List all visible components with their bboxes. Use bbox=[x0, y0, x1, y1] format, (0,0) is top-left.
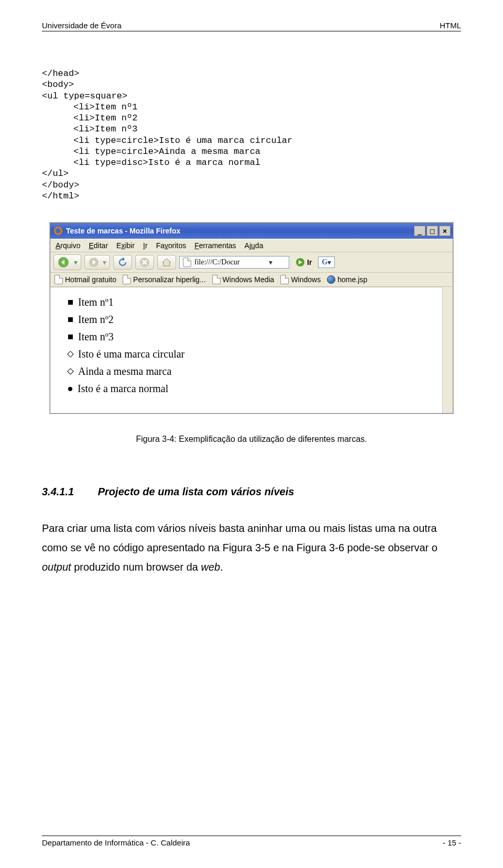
page-icon bbox=[54, 275, 63, 284]
list-item: Item nº2 bbox=[68, 311, 433, 328]
menu-ir[interactable]: Ir bbox=[143, 241, 148, 250]
address-input[interactable] bbox=[193, 258, 267, 267]
address-bar[interactable]: ▾ bbox=[179, 256, 289, 269]
page-icon bbox=[183, 258, 191, 267]
paragraph: Para criar uma lista com vários níveis b… bbox=[42, 519, 461, 577]
go-button[interactable]: Ir bbox=[292, 257, 315, 268]
figure-caption: Figura 3-4: Exemplificação da utilização… bbox=[42, 435, 461, 444]
window-title: Teste de marcas - Mozilla Firefox bbox=[66, 227, 180, 235]
circle-bullet-icon bbox=[67, 368, 74, 375]
header-rule bbox=[42, 31, 461, 31]
globe-icon bbox=[327, 275, 335, 284]
footer-rule bbox=[42, 836, 461, 836]
titlebar: Teste de marcas - Mozilla Firefox _ □ × bbox=[50, 223, 453, 239]
browser-window: Teste de marcas - Mozilla Firefox _ □ × … bbox=[50, 222, 453, 414]
menu-ajuda[interactable]: Ajuda bbox=[245, 241, 264, 250]
section-heading: 3.4.1.1 Projecto de uma lista com vários… bbox=[42, 486, 461, 498]
section-number: 3.4.1.1 bbox=[42, 486, 74, 497]
list-item: Isto é uma marca circular bbox=[68, 346, 433, 363]
menubar: Arquivo Editar Exibir Ir Favoritos Ferra… bbox=[50, 239, 453, 252]
chevron-down-icon[interactable]: ▾ bbox=[103, 258, 106, 266]
back-chevron-icon[interactable]: ▾ bbox=[74, 258, 78, 266]
bookmark-hotmail[interactable]: Hotmail gratuito bbox=[54, 275, 116, 284]
footer-page-number: - 15 - bbox=[443, 838, 461, 847]
square-bullet-icon bbox=[68, 300, 73, 305]
chevron-down-icon[interactable]: ▾ bbox=[269, 258, 272, 266]
footer-left: Departamento de Informática - C. Caldeir… bbox=[42, 838, 190, 847]
page-content: Item nº1 Item nº2 Item nº3 Isto é uma ma… bbox=[50, 287, 442, 413]
bookmark-windowsmedia[interactable]: Windows Media bbox=[212, 275, 275, 284]
disc-bullet-icon bbox=[68, 387, 72, 391]
list-item: Isto é a marca normal bbox=[68, 380, 433, 397]
maximize-button[interactable]: □ bbox=[427, 226, 438, 236]
stop-button[interactable] bbox=[135, 255, 154, 270]
firefox-icon bbox=[53, 226, 63, 236]
fwd-button[interactable] bbox=[88, 257, 100, 268]
window-controls: _ □ × bbox=[414, 226, 451, 236]
menu-exibir[interactable]: Exibir bbox=[116, 241, 135, 250]
header-left: Universidade de Évora bbox=[42, 21, 122, 30]
page-icon bbox=[212, 275, 221, 284]
bookmarks-bar: Hotmail gratuito Personalizar hiperlig..… bbox=[50, 273, 453, 287]
menu-ferramentas[interactable]: Ferramentas bbox=[194, 241, 236, 250]
menu-arquivo[interactable]: Arquivo bbox=[56, 241, 80, 250]
circle-bullet-icon bbox=[67, 351, 74, 358]
toolbar: ▾ ▾ ▾ Ir G▾ bbox=[50, 252, 453, 273]
list-item: Item nº1 bbox=[68, 294, 433, 311]
code-block: </head> <body> <ul type=square> <li>Item… bbox=[42, 68, 461, 202]
list-item: Ainda a mesma marca bbox=[68, 363, 433, 380]
page-icon bbox=[123, 275, 131, 284]
bookmark-personalizar[interactable]: Personalizar hiperlig... bbox=[123, 275, 206, 284]
menu-editar[interactable]: Editar bbox=[89, 241, 108, 250]
menu-favoritos[interactable]: Favoritos bbox=[156, 241, 187, 250]
bookmark-windows[interactable]: Windows bbox=[280, 275, 321, 284]
section-title-text: Projecto de uma lista com vários níveis bbox=[98, 486, 294, 497]
search-box[interactable]: G▾ bbox=[318, 257, 335, 268]
list-item: Item nº3 bbox=[68, 328, 433, 346]
square-bullet-icon bbox=[68, 317, 73, 322]
scrollbar[interactable] bbox=[442, 287, 453, 413]
bookmark-homejsp[interactable]: home.jsp bbox=[327, 275, 367, 284]
back-button[interactable] bbox=[57, 257, 71, 268]
square-bullet-icon bbox=[68, 335, 73, 339]
page-icon bbox=[280, 275, 289, 284]
close-button[interactable]: × bbox=[439, 226, 451, 236]
home-button[interactable] bbox=[157, 255, 176, 270]
svg-point-1 bbox=[56, 228, 61, 233]
page-footer: Departamento de Informática - C. Caldeir… bbox=[42, 836, 461, 847]
header-right: HTML bbox=[440, 21, 461, 30]
reload-button[interactable] bbox=[113, 255, 132, 270]
minimize-button[interactable]: _ bbox=[414, 226, 425, 236]
